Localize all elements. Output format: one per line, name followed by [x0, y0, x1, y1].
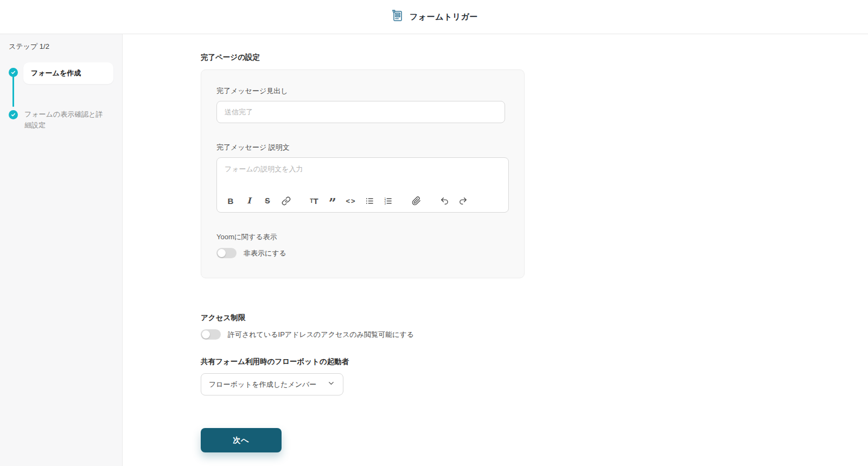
page-title: フォームトリガー — [410, 12, 478, 22]
sidebar-item-label: フォームを作成 — [23, 62, 113, 84]
step-counter: ステップ 1/2 — [9, 42, 113, 52]
next-button[interactable]: 次へ — [201, 428, 282, 452]
toggle-knob — [202, 330, 210, 339]
check-icon — [9, 68, 18, 77]
bullet-list-icon[interactable] — [362, 194, 376, 208]
flowbot-launcher-title: 共有フォーム利用時のフローボットの起動者 — [201, 357, 868, 367]
undo-icon[interactable] — [437, 194, 451, 208]
completion-description-input[interactable] — [217, 158, 508, 191]
completion-heading-label: 完了メッセージ見出し — [216, 86, 509, 96]
ordered-list-icon[interactable]: 1 2 3 — [381, 194, 395, 208]
access-restriction-section: アクセス制限 許可されているIPアドレスのアクセスのみ閲覧可能にする — [201, 313, 868, 340]
flowbot-launcher-selected-value: フローボットを作成したメンバー — [209, 380, 316, 390]
strikethrough-icon[interactable]: S — [260, 194, 275, 208]
app-header: フォームトリガー — [0, 0, 868, 34]
ip-restriction-toggle-label: 許可されているIPアドレスのアクセスのみ閲覧可能にする — [228, 330, 414, 340]
ip-restriction-toggle[interactable] — [201, 329, 221, 340]
steps-sidebar: ステップ 1/2 フォームを作成 フォームの表示確認と詳細設定 — [0, 34, 123, 466]
flowbot-launcher-section: 共有フォーム利用時のフローボットの起動者 フローボットを作成したメンバー — [201, 357, 868, 395]
code-icon[interactable]: <> — [344, 194, 358, 208]
completion-heading-input[interactable] — [216, 101, 505, 123]
yoom-hide-toggle-label: 非表示にする — [244, 248, 286, 258]
access-restriction-title: アクセス制限 — [201, 313, 868, 323]
blockquote-icon[interactable]: ” — [326, 194, 340, 208]
sidebar-item-label: フォームの表示確認と詳細設定 — [23, 109, 105, 130]
completion-page-settings-title: 完了ページの設定 — [201, 53, 868, 62]
text-size-icon[interactable]: TT — [307, 194, 321, 208]
yoom-hide-toggle[interactable] — [216, 248, 237, 258]
paperclip-icon[interactable] — [409, 194, 423, 208]
italic-icon[interactable]: I — [242, 194, 256, 208]
completion-description-label: 完了メッセージ 説明文 — [216, 143, 509, 152]
flowbot-launcher-select[interactable]: フローボットを作成したメンバー — [201, 373, 343, 395]
link-icon[interactable] — [279, 194, 293, 208]
yoom-display-label: Yoomに関する表示 — [216, 232, 509, 242]
sidebar-item-create-form[interactable]: フォームを作成 — [9, 62, 113, 84]
form-document-icon — [390, 9, 404, 25]
completion-settings-card: 完了メッセージ見出し 完了メッセージ 説明文 B I S TT ” <> — [201, 69, 525, 278]
sidebar-item-preview-settings[interactable]: フォームの表示確認と詳細設定 — [9, 109, 113, 130]
bold-icon[interactable]: B — [224, 194, 238, 208]
redo-icon[interactable] — [456, 194, 470, 208]
rich-text-editor: B I S TT ” <> — [216, 157, 509, 213]
svg-text:3: 3 — [384, 202, 386, 205]
toggle-knob — [218, 249, 226, 257]
main-content: 完了ページの設定 完了メッセージ見出し 完了メッセージ 説明文 B I S TT — [123, 34, 868, 466]
check-icon — [9, 110, 18, 119]
editor-toolbar: B I S TT ” <> — [217, 191, 508, 212]
chevron-down-icon — [327, 379, 335, 390]
